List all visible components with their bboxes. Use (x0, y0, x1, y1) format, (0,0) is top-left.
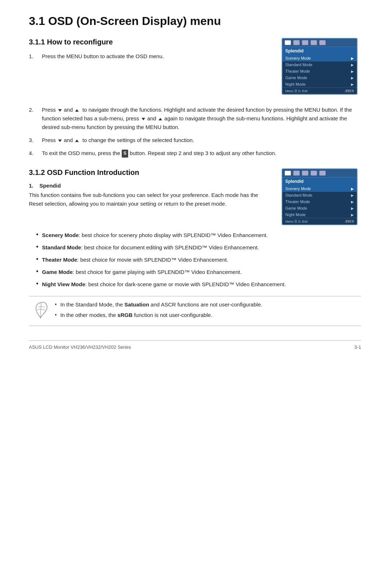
osd-icon-5 (319, 40, 326, 45)
step-4: 4. To exit the OSD menu, press the S but… (29, 149, 361, 158)
osd-footer-left-2: Menu ☰ S: Exit (285, 220, 308, 223)
osd2-item-night-label: Night Mode (285, 213, 306, 217)
osd2-item-standard-label: Standard Mode (285, 193, 312, 197)
osd2-item-scenery-label: Scenery Mode (285, 186, 311, 191)
bullet-theater: Theater Mode: best choice for movie with… (36, 256, 361, 264)
osd-item-game-label: Game Mode (285, 76, 307, 80)
osd-menu-area: Splendid Scenery Mode ▶ Standard Mode ▶ … (282, 47, 357, 87)
osd2-item-standard-arrow: ▶ (351, 193, 354, 197)
osd-item-theater-label: Theater Mode (285, 69, 310, 73)
osd-icon-3 (302, 40, 308, 45)
section-312: 3.1.2 OSD Function Introduction 1. Spend… (29, 168, 361, 326)
osd-item-theater[interactable]: Theater Mode ▶ (282, 68, 357, 74)
osd-menu-area-2: Splendid Scenery Mode ▶ Standard Mode ▶ … (282, 177, 357, 218)
osd2-item-game-label: Game Mode (285, 206, 307, 210)
bullet-standard: Standard Mode: best choice for document … (36, 243, 361, 252)
osd-mockup-2: Splendid Scenery Mode ▶ Standard Mode ▶ … (282, 168, 361, 225)
osd-footer-2: Menu ☰ S: Exit /ISUS (282, 218, 357, 224)
bullet-night-text: Night View Mode: best choice for dark-sc… (42, 280, 361, 289)
osd2-item-theater[interactable]: Theater Mode ▶ (282, 198, 357, 205)
step-3: 3. Press and to change the settings of t… (29, 136, 361, 145)
step-1-num: 1. (29, 52, 42, 61)
osd-icon-2-2 (293, 171, 300, 176)
note-item-2-text: In the other modes, the sRGB function is… (60, 311, 212, 319)
footer-left: ASUS LCD Monitor VH236/VH232/VH202 Serie… (29, 344, 131, 350)
step-2-text: Press and to navigate through the functi… (42, 106, 361, 132)
bullet-game-text: Game Mode: best choice for game playing … (42, 268, 361, 276)
osd-toolbar (282, 39, 357, 47)
satuation-term: Satuation (125, 301, 149, 308)
steps-2-4: 2. Press and to navigate through the fun… (29, 106, 361, 158)
section-311-text: 3.1.1 How to reconfigure 1. Press the ME… (29, 38, 271, 95)
spendid-title: Spendid (39, 183, 61, 189)
step-4-num: 4. (29, 149, 42, 158)
spendid-num: 1. (29, 183, 34, 189)
osd2-item-game-arrow: ▶ (351, 206, 354, 210)
page-footer: ASUS LCD Monitor VH236/VH232/VH202 Serie… (29, 340, 361, 350)
osd-footer-left-1: Menu ☰ S: Exit (285, 89, 308, 93)
note-item-1-text: In the Standard Mode, the Satuation and … (60, 301, 262, 309)
note-icon (35, 301, 49, 321)
subsection-spendid: 1. Spendid This function contains five s… (29, 183, 271, 208)
osd2-item-night-arrow: ▶ (351, 213, 354, 217)
spendid-label-row: 1. Spendid (29, 183, 271, 189)
bullet-standard-text: Standard Mode: best choice for document … (42, 243, 361, 252)
osd-item-night-arrow: ▶ (351, 82, 354, 86)
osd-item-standard[interactable]: Standard Mode ▶ (282, 61, 357, 68)
osd-item-game-arrow: ▶ (351, 76, 354, 80)
note-item-2: In the other modes, the sRGB function is… (55, 311, 355, 319)
step-4-text: To exit the OSD menu, press the S button… (42, 149, 361, 158)
step-3-num: 3. (29, 136, 42, 145)
osd-item-night-label: Night Mode (285, 82, 306, 86)
osd-footer-1: Menu ☰ S: Exit /ISUS (282, 87, 357, 94)
osd-icon-4 (311, 40, 317, 45)
step-3-text: Press and to change the settings of the … (42, 136, 361, 145)
bullet-scenery: Scenery Mode: best choice for scenery ph… (36, 231, 361, 240)
note-list: In the Standard Mode, the Satuation and … (55, 301, 355, 319)
osd2-item-theater-arrow: ▶ (351, 200, 354, 204)
osd-item-theater-arrow: ▶ (351, 69, 354, 73)
osd-item-game[interactable]: Game Mode ▶ (282, 74, 357, 81)
osd-icon-2-5 (319, 171, 326, 176)
srgb-term: sRGB (117, 312, 133, 318)
osd-item-scenery-arrow: ▶ (351, 56, 354, 60)
osd-icon-2-4 (311, 171, 317, 176)
step-1-text: Press the MENU button to activate the OS… (42, 52, 271, 61)
osd-icon-2-1 (285, 171, 291, 176)
s-button: S (122, 150, 128, 157)
osd2-item-night[interactable]: Night Mode ▶ (282, 211, 357, 218)
osd-item-standard-arrow: ▶ (351, 63, 354, 67)
pen-icon (35, 301, 48, 319)
osd-item-night[interactable]: Night Mode ▶ (282, 81, 357, 87)
osd-item-standard-label: Standard Mode (285, 63, 312, 67)
osd-toolbar-2 (282, 169, 357, 177)
asus-logo-1: /ISUS (345, 89, 354, 93)
bullet-night: Night View Mode: best choice for dark-sc… (36, 280, 361, 289)
osd2-item-scenery[interactable]: Scenery Mode ▶ (282, 185, 357, 192)
osd-mockup-1: Splendid Scenery Mode ▶ Standard Mode ▶ … (282, 38, 361, 95)
osd-item-scenery-label: Scenery Mode (285, 56, 311, 60)
footer-right: 3-1 (354, 344, 361, 350)
mode-bullet-list: Scenery Mode: best choice for scenery ph… (29, 231, 361, 289)
note-box: In the Standard Mode, the Satuation and … (29, 296, 361, 326)
section-312-title: 3.1.2 OSD Function Introduction (29, 168, 271, 177)
step-2: 2. Press and to navigate through the fun… (29, 106, 361, 132)
osd2-item-game[interactable]: Game Mode ▶ (282, 205, 357, 211)
step-2-num: 2. (29, 106, 42, 132)
section-312-header-text: 3.1.2 OSD Function Introduction 1. Spend… (29, 168, 271, 213)
osd-item-scenery[interactable]: Scenery Mode ▶ (282, 55, 357, 61)
section-312-header: 3.1.2 OSD Function Introduction 1. Spend… (29, 168, 361, 225)
bullet-scenery-text: Scenery Mode: best choice for scenery ph… (42, 231, 361, 240)
note-item-1: In the Standard Mode, the Satuation and … (55, 301, 355, 309)
scenery-mode-term: Scenery Mode (42, 232, 79, 238)
main-title: 3.1 OSD (On-Screen Display) menu (29, 14, 361, 28)
osd2-item-theater-label: Theater Mode (285, 199, 310, 204)
osd-icon-2 (293, 40, 300, 45)
asus-logo-2: /ISUS (345, 219, 354, 223)
osd2-item-standard[interactable]: Standard Mode ▶ (282, 192, 357, 198)
osd-header-2: Splendid (282, 177, 357, 185)
spendid-desc: This function contains five sub-function… (29, 191, 271, 208)
osd-icon-1 (285, 40, 291, 45)
theater-mode-term: Theater Mode (42, 257, 77, 263)
osd2-item-scenery-arrow: ▶ (351, 187, 354, 191)
